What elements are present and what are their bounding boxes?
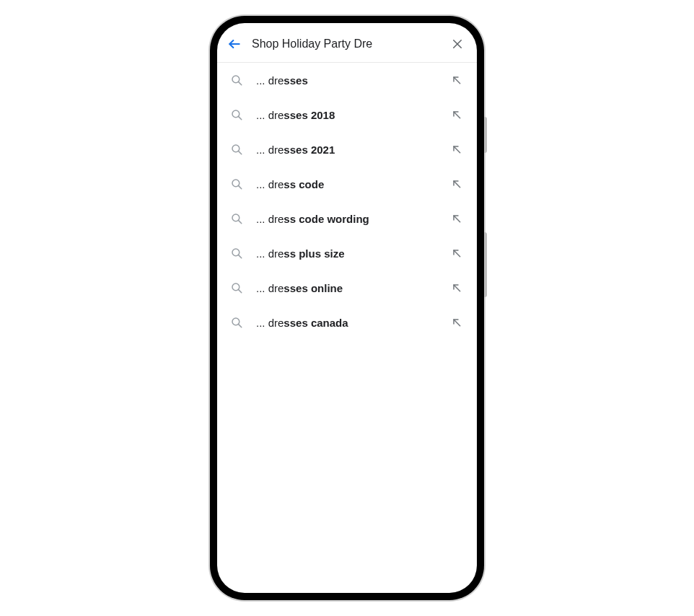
back-button[interactable] — [227, 37, 242, 51]
phone-frame: ... dresses ... dresses 2018 ... dresses… — [210, 16, 484, 600]
arrow-up-left-icon — [451, 144, 462, 155]
arrow-up-left-icon — [451, 282, 462, 294]
suggestion-prefix: ... dre — [256, 317, 284, 329]
suggestion-icon-wrap — [230, 212, 243, 225]
svg-line-19 — [238, 255, 241, 258]
fill-query-button[interactable] — [449, 142, 464, 157]
suggestion-text: ... dress code — [256, 178, 436, 190]
suggestion-icon-wrap — [230, 74, 243, 87]
arrow-left-icon — [227, 37, 242, 51]
arrow-up-left-icon — [451, 74, 462, 86]
suggestions-list: ... dresses ... dresses 2018 ... dresses… — [217, 63, 477, 593]
search-icon — [230, 74, 243, 87]
fill-query-button[interactable] — [449, 107, 464, 122]
svg-line-22 — [238, 289, 241, 292]
svg-line-4 — [238, 82, 241, 84]
svg-line-25 — [238, 324, 241, 327]
arrow-up-left-icon — [451, 109, 462, 120]
svg-line-5 — [454, 77, 460, 84]
svg-line-13 — [238, 185, 241, 188]
search-icon — [230, 177, 243, 190]
suggestion-prefix: ... dre — [256, 109, 284, 121]
suggestion-row[interactable]: ... dresses — [217, 63, 477, 97]
svg-line-26 — [454, 320, 460, 326]
suggestion-text: ... dresses 2021 — [256, 144, 436, 156]
search-icon — [230, 247, 243, 260]
suggestion-text: ... dress plus size — [256, 247, 436, 260]
svg-line-10 — [238, 151, 241, 154]
suggestion-icon-wrap — [230, 108, 243, 121]
svg-line-20 — [454, 250, 460, 257]
suggestion-bold: ss code wording — [284, 213, 369, 225]
search-icon — [230, 281, 243, 294]
suggestion-icon-wrap — [230, 247, 243, 260]
suggestion-prefix: ... dre — [256, 74, 284, 87]
suggestion-bold: sses 2018 — [284, 109, 335, 121]
suggestion-icon-wrap — [230, 143, 243, 156]
svg-line-8 — [454, 112, 460, 118]
suggestion-prefix: ... dre — [256, 178, 284, 190]
fill-query-button[interactable] — [449, 177, 464, 191]
suggestion-bold: sses online — [284, 282, 343, 294]
suggestion-row[interactable]: ... dresses canada — [217, 305, 477, 340]
arrow-up-left-icon — [451, 317, 462, 328]
suggestion-icon-wrap — [230, 177, 243, 190]
suggestion-prefix: ... dre — [256, 213, 284, 225]
svg-line-14 — [454, 181, 460, 188]
suggestion-bold: sses 2021 — [284, 144, 335, 156]
suggestion-text: ... dresses canada — [256, 317, 436, 329]
suggestion-bold: sses — [284, 74, 307, 87]
arrow-up-left-icon — [451, 247, 462, 259]
suggestion-row[interactable]: ... dress plus size — [217, 236, 477, 270]
suggestion-row[interactable]: ... dresses 2021 — [217, 132, 477, 167]
clear-button[interactable] — [448, 35, 467, 53]
suggestion-icon-wrap — [230, 281, 243, 294]
suggestion-text: ... dress code wording — [256, 213, 436, 225]
search-icon — [230, 108, 243, 121]
suggestion-bold: ss code — [284, 178, 324, 190]
fill-query-button[interactable] — [449, 315, 464, 330]
screen: ... dresses ... dresses 2018 ... dresses… — [217, 23, 477, 593]
phone-side-button — [484, 232, 487, 297]
search-input[interactable] — [252, 38, 438, 50]
svg-line-11 — [454, 146, 460, 153]
svg-line-23 — [454, 285, 460, 291]
suggestion-row[interactable]: ... dresses online — [217, 270, 477, 305]
svg-line-7 — [238, 116, 241, 119]
suggestion-prefix: ... dre — [256, 247, 284, 260]
arrow-up-left-icon — [451, 178, 462, 190]
search-icon — [230, 212, 243, 225]
suggestion-bold: sses canada — [284, 317, 348, 329]
suggestion-row[interactable]: ... dress code — [217, 167, 477, 201]
arrow-up-left-icon — [451, 213, 462, 224]
suggestion-text: ... dresses 2018 — [256, 109, 436, 121]
phone-side-button — [484, 117, 487, 153]
svg-line-17 — [454, 216, 460, 222]
suggestion-row[interactable]: ... dresses 2018 — [217, 97, 477, 132]
search-icon — [230, 143, 243, 156]
suggestion-text: ... dresses — [256, 74, 436, 87]
suggestion-row[interactable]: ... dress code wording — [217, 201, 477, 236]
close-icon — [451, 38, 464, 50]
fill-query-button[interactable] — [449, 246, 464, 260]
suggestion-prefix: ... dre — [256, 282, 284, 294]
suggestion-text: ... dresses online — [256, 282, 436, 294]
search-header — [217, 23, 477, 63]
fill-query-button[interactable] — [449, 281, 464, 295]
fill-query-button[interactable] — [449, 73, 464, 87]
suggestion-bold: ss plus size — [284, 247, 344, 260]
search-input-wrapper — [252, 38, 438, 50]
svg-line-16 — [238, 220, 241, 223]
suggestion-prefix: ... dre — [256, 144, 284, 156]
fill-query-button[interactable] — [449, 211, 464, 226]
search-icon — [230, 316, 243, 329]
suggestion-icon-wrap — [230, 316, 243, 329]
